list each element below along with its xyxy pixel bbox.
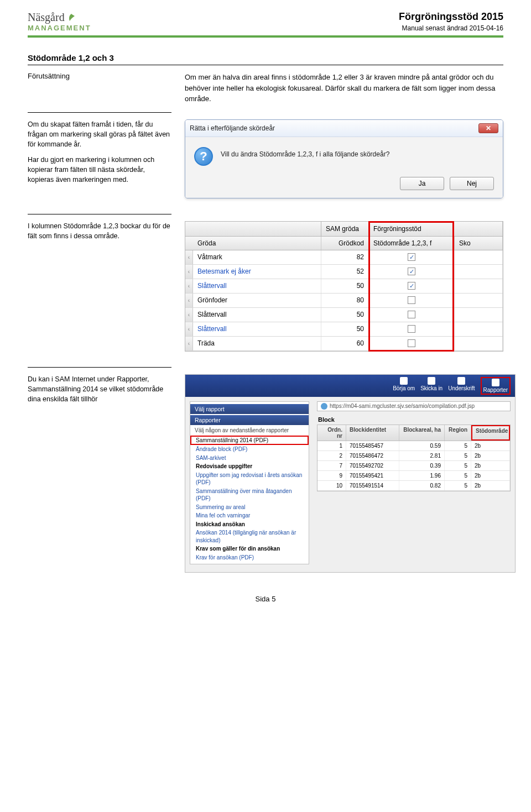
sam-top-item[interactable]: Börja om — [393, 377, 415, 395]
block-row[interactable]: 9701554954211.9652b — [317, 471, 510, 481]
bc-region: 5 — [445, 481, 471, 490]
bt-col-id[interactable]: Blockidentitet — [346, 425, 399, 441]
cell-stod[interactable] — [369, 294, 455, 307]
bc-ord: 1 — [317, 441, 346, 450]
block-row[interactable]: 2701554864722.8152b — [317, 451, 510, 461]
report-icon — [492, 379, 499, 386]
bt-col-region[interactable]: Region — [445, 425, 471, 441]
cell-stod[interactable]: ✓ — [369, 250, 455, 264]
sam-report-item[interactable]: Ansökan 2014 (tillgänglig när ansökan är… — [190, 528, 309, 544]
checkbox-icon[interactable] — [408, 339, 415, 347]
checkbox-icon[interactable]: ✓ — [408, 268, 415, 275]
bt-col-ord[interactable]: Ordn. nr — [317, 425, 346, 441]
cell-stod[interactable] — [369, 322, 455, 336]
cell-sko — [455, 337, 503, 350]
globe-icon — [321, 403, 327, 410]
doc-date: Manual senast ändrad 2015-04-16 — [399, 24, 503, 32]
cell-stod[interactable]: ✓ — [369, 279, 455, 293]
sam-top-item[interactable]: Underskrift — [448, 377, 475, 395]
bc-ord: 10 — [317, 481, 346, 490]
header-right: Förgröningsstöd 2015 Manual senast ändra… — [399, 11, 503, 32]
cell-sko — [455, 250, 503, 264]
sam-report-item[interactable]: Uppgifter som jag redovisat i årets ansö… — [190, 471, 309, 487]
checkbox-icon[interactable] — [408, 311, 415, 318]
leaf-icon — [67, 13, 76, 22]
sam-report-item[interactable]: Krav för ansökan (PDF) — [190, 553, 309, 562]
sam-report-item[interactable]: Sammanställning över mina åtaganden (PDF… — [190, 487, 309, 503]
table-row[interactable]: ‹Våtmark82✓ — [185, 250, 503, 265]
page-header: Näsgård MANAGEMENT Förgröningsstöd 2015 … — [28, 11, 503, 38]
block2-text: I kolumnen Stödområde 1,2,3 bockar du fö… — [28, 221, 171, 241]
bc-ord: 7 — [317, 461, 346, 470]
checkbox-icon[interactable]: ✓ — [408, 253, 415, 261]
no-button[interactable]: Nej — [450, 177, 494, 190]
col-kod[interactable]: Grödkod — [321, 237, 369, 250]
row-handle[interactable]: ‹ — [185, 322, 193, 336]
row-handle[interactable]: ‹ — [185, 308, 193, 322]
logo: Näsgård MANAGEMENT — [28, 11, 91, 32]
block-table-title: Block — [317, 415, 511, 425]
table-row[interactable]: ‹Slåttervall50 — [185, 308, 503, 322]
checkbox-icon[interactable] — [408, 296, 415, 304]
block-row[interactable]: 10701554915140.8252b — [317, 481, 510, 491]
col-groda[interactable]: Gröda — [193, 237, 321, 250]
bc-id: 70155485457 — [346, 441, 399, 450]
sam-report-item[interactable]: Summering av areal — [190, 503, 309, 512]
col-sko[interactable]: Sko — [455, 237, 503, 250]
sam-top-item-rapporter[interactable]: Rapporter — [481, 377, 511, 395]
row-handle[interactable]: ‹ — [185, 279, 193, 293]
block-row[interactable]: 1701554854570.5952b — [317, 441, 510, 451]
cell-stod[interactable] — [369, 337, 455, 350]
page-footer: Sida 5 — [28, 595, 503, 603]
cell-kod: 60 — [321, 337, 369, 350]
col-stod[interactable]: Stödområde 1,2,3, f — [369, 237, 455, 250]
cell-groda: Slåttervall — [193, 322, 321, 336]
sam-report-item[interactable]: Krav som gäller för din ansökan — [190, 544, 309, 553]
sam-report-item[interactable]: Mina fel och varningar — [190, 511, 309, 520]
divider — [28, 65, 503, 65]
cell-stod[interactable] — [369, 308, 455, 322]
bc-stod: 2b — [471, 441, 510, 450]
block1-p1: Om du skapat fälten framåt i tiden, får … — [28, 119, 171, 149]
close-icon[interactable]: ✕ — [478, 123, 498, 133]
bc-stod: 2b — [471, 461, 510, 470]
sam-url-bar[interactable]: https://m04-sami.mgcluster.sjv.se/samio/… — [317, 401, 511, 411]
row-handle[interactable]: ‹ — [185, 250, 193, 264]
bc-region: 5 — [445, 461, 471, 470]
sam-report-item[interactable]: Redovisade uppgifter — [190, 462, 309, 471]
table-row[interactable]: ‹Slåttervall50✓ — [185, 279, 503, 294]
table-row[interactable]: ‹Betesmark ej åker52✓ — [185, 265, 503, 279]
row-handle[interactable]: ‹ — [185, 337, 193, 350]
divider — [28, 367, 171, 368]
sam-top-item[interactable]: Skicka in — [420, 377, 442, 395]
row-handle[interactable]: ‹ — [185, 294, 193, 307]
cell-sko — [455, 265, 503, 279]
doc-title: Förgröningsstöd 2015 — [399, 11, 503, 23]
cell-stod[interactable]: ✓ — [369, 265, 455, 279]
dialog-message: Vill du ändra Stödområde 1,2,3, f i alla… — [221, 147, 389, 166]
table-row[interactable]: ‹Träda60 — [185, 337, 503, 351]
question-icon: ? — [194, 147, 213, 166]
section-heading: Stödområde 1,2 och 3 — [28, 53, 503, 62]
table-row[interactable]: ‹Slåttervall50 — [185, 322, 503, 337]
bt-col-stod[interactable]: Stödområde — [471, 425, 510, 441]
bc-areal: 0.39 — [399, 461, 445, 470]
checkbox-icon[interactable]: ✓ — [408, 282, 415, 290]
sam-topbar: Börja om Skicka in Underskrift Rapporter — [185, 375, 515, 397]
sam-report-item[interactable]: SAM-arkivet — [190, 454, 309, 463]
table-row[interactable]: ‹Grönfoder80 — [185, 294, 503, 308]
sam-report-item[interactable]: Inskickad ansökan — [190, 520, 309, 529]
sam-left-hdr1: Välj rapport — [190, 404, 309, 414]
bc-ord: 2 — [317, 451, 346, 460]
bt-col-areal[interactable]: Blockareal, ha — [399, 425, 445, 441]
sam-report-item[interactable]: Ändrade block (PDF) — [190, 445, 309, 454]
block-row[interactable]: 7701554927020.3952b — [317, 461, 510, 471]
brand-sub: MANAGEMENT — [28, 24, 91, 32]
checkbox-icon[interactable] — [408, 325, 415, 333]
cell-kod: 50 — [321, 322, 369, 336]
bc-stod: 2b — [471, 451, 510, 460]
sam-report-item[interactable]: Sammanställning 2014 (PDF) — [190, 436, 309, 446]
row-handle[interactable]: ‹ — [185, 265, 193, 279]
bc-id: 70155492702 — [346, 461, 399, 470]
yes-button[interactable]: Ja — [400, 177, 444, 190]
